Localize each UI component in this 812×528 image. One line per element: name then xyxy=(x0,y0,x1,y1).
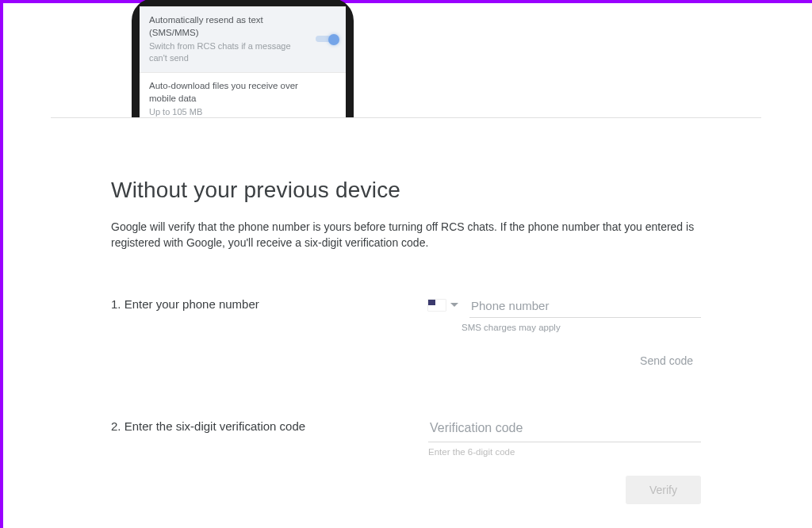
us-flag-icon xyxy=(428,300,446,311)
setting-row[interactable]: Automatically resend as text (SMS/MMS) S… xyxy=(140,6,346,73)
setting-subtitle: Switch from RCS chats if a message can't… xyxy=(149,40,336,64)
chevron-down-icon xyxy=(450,303,458,307)
phone-input-row xyxy=(428,296,701,318)
setting-title: Auto-download files you receive over mob… xyxy=(149,79,336,105)
step1-body: SMS charges may apply Send code xyxy=(428,296,701,373)
setting-subtitle: Up to 105 MB xyxy=(149,106,336,117)
step2-body: Enter the 6-digit code Verify xyxy=(428,418,701,504)
step1-label: 1. Enter your phone number xyxy=(111,296,428,311)
verification-code-input[interactable] xyxy=(428,418,701,442)
section-intro: Google will verify that the phone number… xyxy=(111,219,701,251)
verify-button[interactable]: Verify xyxy=(626,476,701,504)
step-2: 2. Enter the six-digit verification code… xyxy=(111,418,701,504)
section-divider xyxy=(51,117,761,118)
send-code-button[interactable]: Send code xyxy=(632,348,701,373)
phone-mock: Automatically resend as text (SMS/MMS) S… xyxy=(132,2,354,117)
setting-row[interactable]: Auto-download files you receive over mob… xyxy=(140,73,346,117)
step1-actions: Send code xyxy=(428,348,701,373)
section-title: Without your previous device xyxy=(111,178,701,203)
step2-actions: Verify xyxy=(428,476,701,504)
step2-label: 2. Enter the six-digit verification code xyxy=(111,418,428,433)
sms-charges-hint: SMS charges may apply xyxy=(462,323,701,332)
toggle-knob-icon xyxy=(328,34,339,45)
content: Without your previous device Google will… xyxy=(111,178,701,504)
toggle-switch[interactable] xyxy=(316,34,338,45)
phone-number-input[interactable] xyxy=(469,296,701,318)
enter-code-hint: Enter the 6-digit code xyxy=(428,447,701,457)
step-1: 1. Enter your phone number SMS charges m… xyxy=(111,296,701,373)
country-selector[interactable] xyxy=(428,300,458,314)
phone-frame: Automatically resend as text (SMS/MMS) S… xyxy=(132,2,354,117)
setting-title: Automatically resend as text (SMS/MMS) xyxy=(149,13,336,39)
